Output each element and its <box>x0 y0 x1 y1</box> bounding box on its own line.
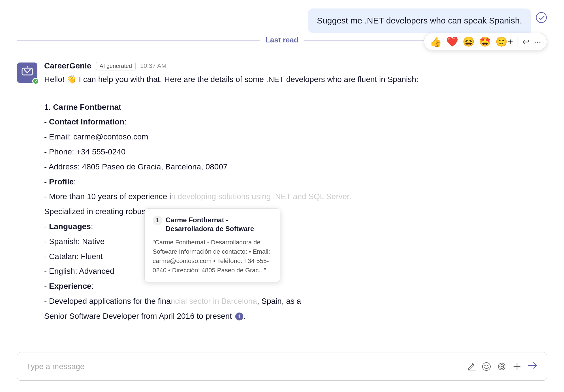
heart-emoji[interactable]: ❤️ <box>446 36 458 47</box>
reaction-divider <box>518 36 518 47</box>
experience-label: - Experience: <box>44 280 547 293</box>
edit-icon[interactable] <box>466 362 476 371</box>
profile-text2: Specialized in creating robust and solut… <box>44 205 547 218</box>
bot-avatar-icon <box>21 65 33 80</box>
citation-number: 1 <box>153 216 162 225</box>
citation-header: 1 Carme Fontbernat - Desarrolladora de S… <box>153 216 272 233</box>
bot-verified-badge <box>32 78 39 85</box>
contact-label: - Contact Information: <box>44 116 547 128</box>
citation-popup: 1 Carme Fontbernat - Desarrolladora de S… <box>144 208 280 282</box>
address-line: - Address: 4805 Paseo de Gracia, Barcelo… <box>44 161 547 173</box>
spanish-line: - Spanish: Native <box>44 235 547 248</box>
svg-point-6 <box>484 365 486 366</box>
developer-number: 1. <box>44 103 53 111</box>
developer-entry: 1. Carme Fontbernat <box>44 101 547 114</box>
bot-message-header: CareerGenie AI generated 10:37 AM <box>44 61 547 70</box>
developer-name: Carme Fontbernat <box>53 103 121 111</box>
svg-point-5 <box>482 363 490 371</box>
add-icon[interactable] <box>512 362 522 371</box>
svg-rect-1 <box>22 68 32 75</box>
reaction-bar: 👍 ❤️ 😆 🤩 🙂+ ↩ ··· <box>424 33 547 50</box>
bot-message-text: Hello! 👋 I can help you with that. Here … <box>44 73 547 323</box>
send-button[interactable] <box>527 360 538 372</box>
svg-point-9 <box>501 366 503 367</box>
svg-point-7 <box>487 365 488 366</box>
message-time: 10:37 AM <box>140 62 166 70</box>
svg-rect-3 <box>29 69 31 70</box>
more-actions-icon[interactable]: ··· <box>534 37 541 46</box>
svg-rect-2 <box>24 69 25 70</box>
message-input-area[interactable]: Type a message <box>17 352 547 381</box>
laugh-emoji[interactable]: 😆 <box>463 36 475 47</box>
citation-body: "Carme Fontbernat - Desarrolladora de So… <box>153 238 272 275</box>
bot-name: CareerGenie <box>44 61 91 70</box>
languages-label: - Languages: <box>44 220 547 233</box>
user-message-row: Suggest me .NET developers who can speak… <box>0 0 564 36</box>
message-intro: Hello! 👋 I can help you with that. Here … <box>44 73 547 86</box>
divider-line-left <box>17 40 260 40</box>
thumbs-up-emoji[interactable]: 👍 <box>430 36 442 47</box>
citation-title: Carme Fontbernat - Desarrolladora de Sof… <box>166 216 272 233</box>
email-line: - Email: carme@contoso.com <box>44 131 547 143</box>
loop-icon[interactable] <box>497 362 507 371</box>
reply-icon[interactable]: ↩ <box>522 37 529 47</box>
bot-message-row: CareerGenie AI generated 10:37 AM Hello!… <box>0 59 564 328</box>
phone-line: - Phone: +34 555-0240 <box>44 146 547 158</box>
experience-text: - Developed applications for the financi… <box>44 295 547 308</box>
delivered-icon <box>536 12 547 23</box>
emoji-icon[interactable] <box>482 362 491 371</box>
english-line: - English: Advanced <box>44 265 547 278</box>
ai-badge: AI generated <box>96 62 136 70</box>
profile-label: - Profile: <box>44 176 547 188</box>
profile-text: - More than 10 years of experience in de… <box>44 190 547 203</box>
message-input-placeholder[interactable]: Type a message <box>26 362 461 371</box>
bot-message-content: CareerGenie AI generated 10:37 AM Hello!… <box>44 61 547 325</box>
user-message-text: Suggest me .NET developers who can speak… <box>317 16 522 25</box>
add-reaction-emoji[interactable]: 🙂+ <box>495 36 513 47</box>
wow-emoji[interactable]: 🤩 <box>479 36 491 47</box>
citation-badge-inline[interactable]: 1 <box>235 313 243 320</box>
last-read-label: Last read <box>260 36 304 44</box>
user-bubble: Suggest me .NET developers who can speak… <box>308 8 531 33</box>
svg-point-4 <box>27 66 28 67</box>
experience-text2: Senior Software Developer from April 201… <box>44 310 547 323</box>
bot-avatar <box>17 63 37 83</box>
catalan-line: - Catalan: Fluent <box>44 250 547 263</box>
svg-point-0 <box>536 12 546 23</box>
